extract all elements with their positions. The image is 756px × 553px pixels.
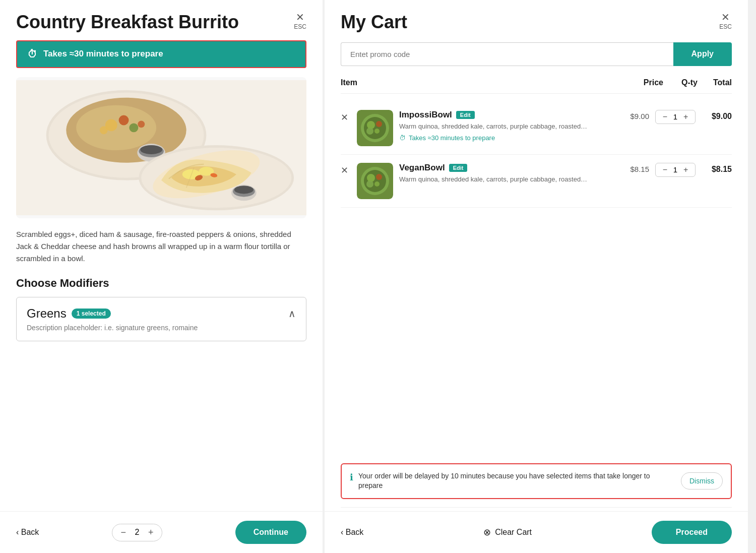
spacer xyxy=(341,208,732,463)
cart-title: My Cart xyxy=(341,12,407,32)
svg-point-35 xyxy=(374,181,380,187)
remove-item-2-button[interactable]: ✕ xyxy=(341,163,351,176)
cart-item-1-qty-control: − 1 + xyxy=(655,110,696,124)
prep-time-banner: ⏱ Takes ≈30 minutes to prepare xyxy=(16,40,306,68)
food-illustration xyxy=(16,80,306,215)
left-bottom-bar: ‹ Back − 2 + Continue xyxy=(0,511,323,553)
cart-table-header: Item Price Q-ty Total xyxy=(341,78,732,94)
apply-button[interactable]: Apply xyxy=(673,42,732,66)
left-header: Country Breakfast Burrito ✕ ESC xyxy=(16,12,306,32)
prep-clock-icon: ⏱ xyxy=(399,134,406,142)
cart-item-2-name: VeganBowl xyxy=(399,163,445,173)
cart-item-1-qty-value: 1 xyxy=(671,112,679,121)
cart-item-1-price: $9.00 xyxy=(621,110,649,120)
cart-item-2-qty-value: 1 xyxy=(671,165,679,174)
cart-item: ✕ VeganBowl Edit Warm quinoa, shredded xyxy=(341,155,732,208)
modifier-group-greens[interactable]: Greens 1 selected ∧ Description placehol… xyxy=(16,297,306,341)
cart-item-1-increase[interactable]: + xyxy=(683,112,688,121)
remove-item-1-button[interactable]: ✕ xyxy=(341,110,351,123)
clear-cart-button[interactable]: ⊗ Clear Cart xyxy=(483,527,532,538)
cart-close-button[interactable]: ✕ ESC xyxy=(719,12,732,30)
cart-item-2-increase[interactable]: + xyxy=(683,165,688,174)
delay-notification: ℹ Your order will be delayed by 10 minut… xyxy=(341,463,732,499)
left-close-button[interactable]: ✕ ESC xyxy=(294,12,306,30)
close-label: ESC xyxy=(294,23,306,30)
cart-item-1-name-row: ImpossiBowl Edit xyxy=(399,110,615,120)
chevron-up-icon[interactable]: ∧ xyxy=(288,308,296,320)
selected-badge: 1 selected xyxy=(72,309,111,319)
header-item: Item xyxy=(341,78,629,87)
delay-content: ℹ Your order will be delayed by 10 minut… xyxy=(350,471,675,491)
svg-point-27 xyxy=(376,121,382,127)
page-title: Country Breakfast Burrito xyxy=(16,12,239,32)
quantity-control: − 2 + xyxy=(112,524,162,541)
close-label: ESC xyxy=(719,23,732,30)
cart-item-2-image xyxy=(357,163,393,199)
quantity-decrease-button[interactable]: − xyxy=(120,527,126,538)
svg-point-9 xyxy=(138,120,145,128)
cart-item-2-name-row: VeganBowl Edit xyxy=(399,163,615,173)
info-icon: ℹ xyxy=(350,472,353,483)
delay-text: Your order will be delayed by 10 minutes… xyxy=(358,471,675,491)
cart-item-1-image xyxy=(357,110,393,146)
cart-item-1-prep: ⏱ Takes ≈30 minutes to prepare xyxy=(399,134,615,142)
svg-point-36 xyxy=(366,180,373,188)
clock-icon: ⏱ xyxy=(27,48,37,60)
cart-item-2-decrease[interactable]: − xyxy=(663,165,667,174)
cart-item-1-name: ImpossiBowl xyxy=(399,110,452,120)
svg-point-12 xyxy=(140,145,162,154)
modifier-group-header: Greens 1 selected ∧ xyxy=(27,306,296,321)
food-description: Scrambled eggs+, diced ham & sausage, fi… xyxy=(16,228,306,265)
cart-item-1-decrease[interactable]: − xyxy=(663,112,667,121)
quantity-increase-button[interactable]: + xyxy=(148,527,154,538)
continue-button[interactable]: Continue xyxy=(235,521,306,544)
cart-item: ✕ ImpossiBowl Edit Warm quinoa, shredd xyxy=(341,102,732,155)
promo-input[interactable] xyxy=(341,42,673,66)
modifiers-title: Choose Modifiers xyxy=(16,277,306,290)
close-icon: ✕ xyxy=(296,12,304,22)
cart-item-2-total: $8.15 xyxy=(702,163,732,174)
cart-bottom-bar: ‹ Back ⊗ Clear Cart Proceed xyxy=(325,511,748,553)
svg-point-8 xyxy=(100,126,108,134)
proceed-button[interactable]: Proceed xyxy=(652,521,732,544)
svg-point-32 xyxy=(364,170,386,192)
header-total: Total xyxy=(702,78,732,87)
clear-cart-label: Clear Cart xyxy=(495,528,532,537)
svg-point-34 xyxy=(376,174,382,180)
cart-item-2-description: Warm quinoa, shredded kale, carrots, pur… xyxy=(399,175,615,184)
food-image xyxy=(16,77,306,218)
cart-item-1-total: $9.00 xyxy=(702,110,732,121)
circle-x-icon: ⊗ xyxy=(483,527,491,538)
cart-item-1-prep-text: Takes ≈30 minutes to prepare xyxy=(409,134,495,142)
dismiss-button[interactable]: Dismiss xyxy=(681,472,723,489)
cart-item-2-qty-control: − 1 + xyxy=(655,163,696,177)
promo-row: Apply xyxy=(341,42,732,66)
close-icon: ✕ xyxy=(721,12,730,22)
right-panel: My Cart ✕ ESC Apply Item Price Q-ty Tota… xyxy=(325,0,748,553)
modifier-group-title: Greens 1 selected xyxy=(27,306,111,321)
svg-point-7 xyxy=(129,123,138,132)
right-header: My Cart ✕ ESC xyxy=(341,12,732,32)
greens-label: Greens xyxy=(27,306,67,321)
svg-point-6 xyxy=(119,115,129,125)
cart-item-2-price: $8.15 xyxy=(621,163,649,173)
modifier-group-description: Description placeholder: i.e. signature … xyxy=(27,324,296,332)
left-back-button[interactable]: ‹ Back xyxy=(16,528,39,537)
svg-point-22 xyxy=(234,186,254,194)
quantity-value: 2 xyxy=(132,528,142,537)
prep-time-text: Takes ≈30 minutes to prepare xyxy=(43,49,163,59)
svg-point-28 xyxy=(374,129,380,134)
cart-item-2-info: VeganBowl Edit Warm quinoa, shredded kal… xyxy=(399,163,615,187)
left-panel: Country Breakfast Burrito ✕ ESC ⏱ Takes … xyxy=(0,0,323,553)
header-qty: Q-ty xyxy=(667,78,698,87)
cart-item-1-edit-button[interactable]: Edit xyxy=(456,111,475,119)
svg-point-29 xyxy=(366,128,373,135)
cart-item-1-info: ImpossiBowl Edit Warm quinoa, shredded k… xyxy=(399,110,615,142)
svg-point-25 xyxy=(364,117,386,139)
cart-item-1-description: Warm quinoa, shredded kale, carrots, pur… xyxy=(399,122,615,131)
cart-item-2-edit-button[interactable]: Edit xyxy=(449,164,468,172)
header-price: Price xyxy=(633,78,663,87)
cart-back-button[interactable]: ‹ Back xyxy=(341,528,363,537)
